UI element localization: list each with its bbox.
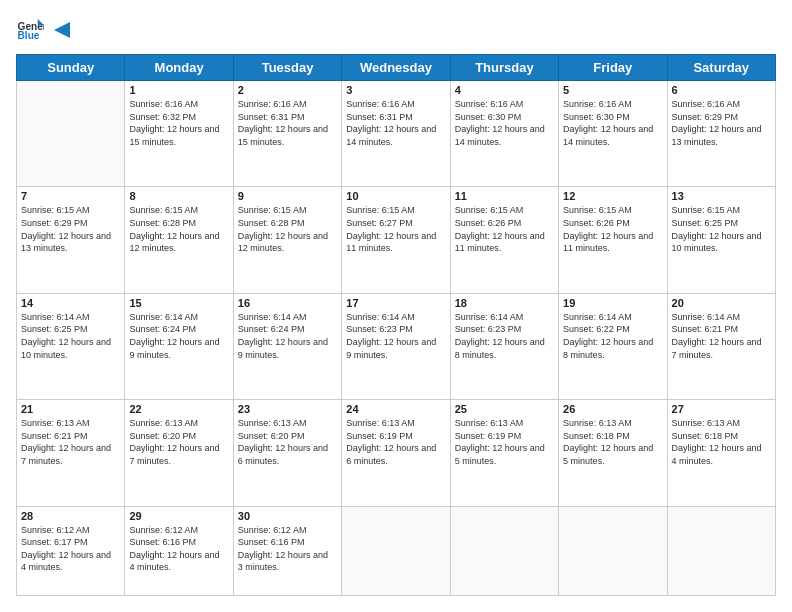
day-number: 28 (21, 510, 120, 522)
logo-arrow-icon (52, 20, 72, 40)
day-number: 26 (563, 403, 662, 415)
calendar-day-header: Sunday (17, 55, 125, 81)
day-number: 7 (21, 190, 120, 202)
day-number: 24 (346, 403, 445, 415)
calendar-cell: 12Sunrise: 6:15 AMSunset: 6:26 PMDayligh… (559, 187, 667, 293)
calendar-day-header: Saturday (667, 55, 775, 81)
calendar-cell: 2Sunrise: 6:16 AMSunset: 6:31 PMDaylight… (233, 81, 341, 187)
day-info: Sunrise: 6:13 AMSunset: 6:18 PMDaylight:… (672, 417, 771, 467)
svg-marker-3 (54, 22, 70, 38)
calendar-day-header: Thursday (450, 55, 558, 81)
calendar-cell: 13Sunrise: 6:15 AMSunset: 6:25 PMDayligh… (667, 187, 775, 293)
calendar-cell: 1Sunrise: 6:16 AMSunset: 6:32 PMDaylight… (125, 81, 233, 187)
day-info: Sunrise: 6:15 AMSunset: 6:26 PMDaylight:… (455, 204, 554, 254)
svg-text:Blue: Blue (18, 30, 40, 41)
day-info: Sunrise: 6:14 AMSunset: 6:22 PMDaylight:… (563, 311, 662, 361)
day-info: Sunrise: 6:13 AMSunset: 6:19 PMDaylight:… (455, 417, 554, 467)
day-info: Sunrise: 6:15 AMSunset: 6:29 PMDaylight:… (21, 204, 120, 254)
logo-icon: General Blue (16, 16, 44, 44)
calendar-week-row: 14Sunrise: 6:14 AMSunset: 6:25 PMDayligh… (17, 293, 776, 399)
day-info: Sunrise: 6:13 AMSunset: 6:18 PMDaylight:… (563, 417, 662, 467)
day-number: 20 (672, 297, 771, 309)
calendar-cell: 16Sunrise: 6:14 AMSunset: 6:24 PMDayligh… (233, 293, 341, 399)
day-number: 18 (455, 297, 554, 309)
day-number: 29 (129, 510, 228, 522)
calendar-week-row: 7Sunrise: 6:15 AMSunset: 6:29 PMDaylight… (17, 187, 776, 293)
day-info: Sunrise: 6:16 AMSunset: 6:30 PMDaylight:… (563, 98, 662, 148)
day-number: 27 (672, 403, 771, 415)
calendar-cell: 17Sunrise: 6:14 AMSunset: 6:23 PMDayligh… (342, 293, 450, 399)
day-info: Sunrise: 6:15 AMSunset: 6:28 PMDaylight:… (238, 204, 337, 254)
day-number: 11 (455, 190, 554, 202)
calendar-cell: 22Sunrise: 6:13 AMSunset: 6:20 PMDayligh… (125, 400, 233, 506)
calendar-cell: 9Sunrise: 6:15 AMSunset: 6:28 PMDaylight… (233, 187, 341, 293)
calendar-cell: 28Sunrise: 6:12 AMSunset: 6:17 PMDayligh… (17, 506, 125, 595)
day-number: 17 (346, 297, 445, 309)
day-number: 22 (129, 403, 228, 415)
day-info: Sunrise: 6:14 AMSunset: 6:25 PMDaylight:… (21, 311, 120, 361)
calendar-cell: 6Sunrise: 6:16 AMSunset: 6:29 PMDaylight… (667, 81, 775, 187)
calendar-cell (667, 506, 775, 595)
day-info: Sunrise: 6:12 AMSunset: 6:16 PMDaylight:… (129, 524, 228, 574)
calendar-cell: 21Sunrise: 6:13 AMSunset: 6:21 PMDayligh… (17, 400, 125, 506)
day-info: Sunrise: 6:14 AMSunset: 6:23 PMDaylight:… (455, 311, 554, 361)
day-info: Sunrise: 6:16 AMSunset: 6:30 PMDaylight:… (455, 98, 554, 148)
calendar-cell: 20Sunrise: 6:14 AMSunset: 6:21 PMDayligh… (667, 293, 775, 399)
day-info: Sunrise: 6:14 AMSunset: 6:24 PMDaylight:… (238, 311, 337, 361)
day-number: 15 (129, 297, 228, 309)
day-number: 25 (455, 403, 554, 415)
calendar-day-header: Friday (559, 55, 667, 81)
calendar-week-row: 21Sunrise: 6:13 AMSunset: 6:21 PMDayligh… (17, 400, 776, 506)
day-info: Sunrise: 6:12 AMSunset: 6:17 PMDaylight:… (21, 524, 120, 574)
calendar-cell: 29Sunrise: 6:12 AMSunset: 6:16 PMDayligh… (125, 506, 233, 595)
day-info: Sunrise: 6:14 AMSunset: 6:24 PMDaylight:… (129, 311, 228, 361)
day-info: Sunrise: 6:15 AMSunset: 6:27 PMDaylight:… (346, 204, 445, 254)
day-number: 16 (238, 297, 337, 309)
calendar-cell (450, 506, 558, 595)
day-number: 12 (563, 190, 662, 202)
day-number: 30 (238, 510, 337, 522)
day-info: Sunrise: 6:15 AMSunset: 6:25 PMDaylight:… (672, 204, 771, 254)
calendar-cell: 23Sunrise: 6:13 AMSunset: 6:20 PMDayligh… (233, 400, 341, 506)
day-number: 9 (238, 190, 337, 202)
calendar-day-header: Wednesday (342, 55, 450, 81)
calendar-cell: 7Sunrise: 6:15 AMSunset: 6:29 PMDaylight… (17, 187, 125, 293)
day-number: 19 (563, 297, 662, 309)
day-number: 23 (238, 403, 337, 415)
calendar-cell: 8Sunrise: 6:15 AMSunset: 6:28 PMDaylight… (125, 187, 233, 293)
day-info: Sunrise: 6:13 AMSunset: 6:19 PMDaylight:… (346, 417, 445, 467)
day-number: 14 (21, 297, 120, 309)
day-number: 3 (346, 84, 445, 96)
calendar-day-header: Tuesday (233, 55, 341, 81)
day-info: Sunrise: 6:12 AMSunset: 6:16 PMDaylight:… (238, 524, 337, 574)
day-info: Sunrise: 6:16 AMSunset: 6:31 PMDaylight:… (346, 98, 445, 148)
calendar-cell: 5Sunrise: 6:16 AMSunset: 6:30 PMDaylight… (559, 81, 667, 187)
day-number: 13 (672, 190, 771, 202)
calendar-cell: 11Sunrise: 6:15 AMSunset: 6:26 PMDayligh… (450, 187, 558, 293)
day-info: Sunrise: 6:16 AMSunset: 6:29 PMDaylight:… (672, 98, 771, 148)
day-info: Sunrise: 6:13 AMSunset: 6:20 PMDaylight:… (129, 417, 228, 467)
day-number: 8 (129, 190, 228, 202)
calendar-cell: 24Sunrise: 6:13 AMSunset: 6:19 PMDayligh… (342, 400, 450, 506)
day-info: Sunrise: 6:14 AMSunset: 6:23 PMDaylight:… (346, 311, 445, 361)
calendar-cell (559, 506, 667, 595)
calendar-cell: 10Sunrise: 6:15 AMSunset: 6:27 PMDayligh… (342, 187, 450, 293)
calendar-header-row: SundayMondayTuesdayWednesdayThursdayFrid… (17, 55, 776, 81)
day-info: Sunrise: 6:13 AMSunset: 6:21 PMDaylight:… (21, 417, 120, 467)
calendar-cell: 30Sunrise: 6:12 AMSunset: 6:16 PMDayligh… (233, 506, 341, 595)
day-number: 10 (346, 190, 445, 202)
day-info: Sunrise: 6:15 AMSunset: 6:28 PMDaylight:… (129, 204, 228, 254)
calendar-cell: 26Sunrise: 6:13 AMSunset: 6:18 PMDayligh… (559, 400, 667, 506)
calendar-cell (17, 81, 125, 187)
calendar-day-header: Monday (125, 55, 233, 81)
calendar-cell: 25Sunrise: 6:13 AMSunset: 6:19 PMDayligh… (450, 400, 558, 506)
calendar-table: SundayMondayTuesdayWednesdayThursdayFrid… (16, 54, 776, 596)
day-number: 5 (563, 84, 662, 96)
calendar-cell: 14Sunrise: 6:14 AMSunset: 6:25 PMDayligh… (17, 293, 125, 399)
day-number: 1 (129, 84, 228, 96)
calendar-cell: 3Sunrise: 6:16 AMSunset: 6:31 PMDaylight… (342, 81, 450, 187)
day-info: Sunrise: 6:14 AMSunset: 6:21 PMDaylight:… (672, 311, 771, 361)
logo: General Blue (16, 16, 72, 44)
day-info: Sunrise: 6:16 AMSunset: 6:31 PMDaylight:… (238, 98, 337, 148)
calendar-cell: 27Sunrise: 6:13 AMSunset: 6:18 PMDayligh… (667, 400, 775, 506)
